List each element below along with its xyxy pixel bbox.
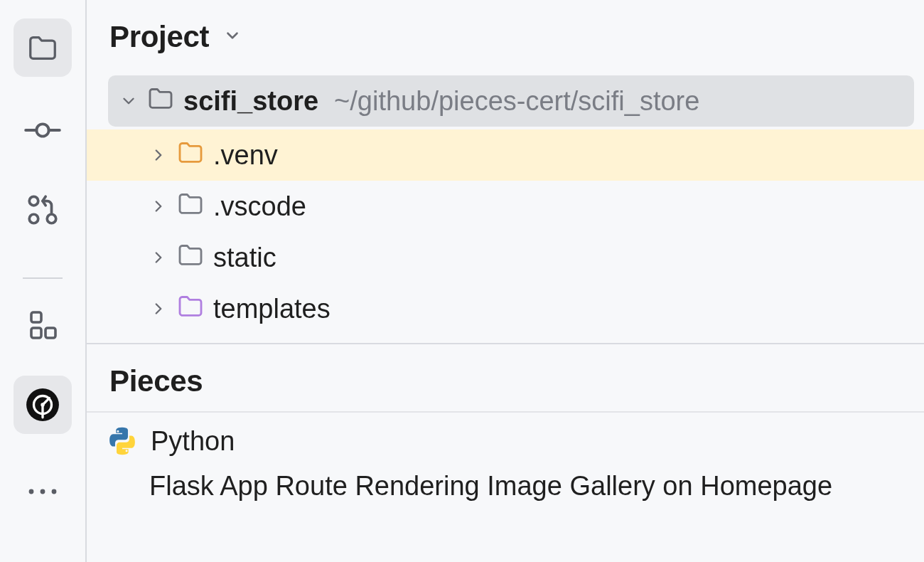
pieces-header[interactable]: Pieces	[87, 344, 924, 411]
folder-icon	[26, 31, 59, 64]
tree-item-label: static	[213, 243, 276, 273]
iconbar-divider	[23, 277, 63, 279]
chevron-down-icon	[119, 86, 138, 117]
svg-point-0	[36, 124, 48, 136]
tree-row-vscode[interactable]: .vscode	[87, 181, 924, 232]
svg-point-11	[41, 403, 44, 406]
pull-request-icon	[25, 192, 60, 228]
folder-icon	[146, 84, 175, 119]
pieces-tool-button[interactable]	[14, 376, 72, 434]
tree-item-label: .vscode	[213, 191, 306, 222]
more-tools-button[interactable]	[14, 462, 72, 521]
commits-tool-button[interactable]	[14, 101, 72, 159]
folder-icon	[176, 138, 205, 173]
commit-icon	[24, 112, 61, 149]
pieces-section: Pieces Python Flask App Route Rendering …	[87, 343, 924, 506]
tree-row-venv[interactable]: .venv	[87, 129, 924, 181]
pieces-item[interactable]: Python	[87, 418, 924, 458]
more-icon	[26, 487, 59, 497]
pieces-icon	[25, 387, 60, 423]
svg-point-13	[41, 489, 45, 494]
chevron-right-icon	[149, 191, 168, 222]
folder-icon	[176, 292, 205, 327]
svg-rect-6	[31, 312, 41, 322]
folder-icon	[176, 240, 205, 275]
folder-icon	[176, 189, 205, 224]
tree-item-label: templates	[213, 294, 331, 324]
svg-point-14	[52, 489, 57, 494]
tree-row-static[interactable]: static	[87, 232, 924, 283]
project-title: Project	[109, 20, 209, 54]
chevron-down-icon	[223, 26, 242, 48]
pull-requests-tool-button[interactable]	[14, 181, 72, 239]
main-panel: Project scifi_store ~/github/pieces-cert…	[87, 0, 924, 562]
python-icon	[107, 425, 138, 457]
pieces-item-description: Flask App Route Rendering Image Gallery …	[87, 458, 924, 506]
tree-row-templates[interactable]: templates	[87, 283, 924, 334]
project-header[interactable]: Project	[87, 0, 924, 75]
tree-item-label: .venv	[213, 140, 278, 171]
svg-point-12	[29, 489, 34, 494]
activity-iconbar	[0, 0, 87, 562]
pieces-title: Pieces	[109, 364, 203, 398]
pieces-item-lang: Python	[151, 426, 235, 457]
svg-point-4	[29, 214, 38, 223]
tree-root-row[interactable]: scifi_store ~/github/pieces-cert/scifi_s…	[108, 75, 914, 127]
structure-tool-button[interactable]	[14, 296, 72, 354]
project-tree: scifi_store ~/github/pieces-cert/scifi_s…	[87, 75, 924, 334]
chevron-right-icon	[149, 140, 168, 171]
chevron-right-icon	[149, 243, 168, 273]
svg-point-3	[29, 196, 38, 206]
chevron-right-icon	[149, 294, 168, 324]
pieces-body: Python Flask App Route Rendering Image G…	[87, 411, 924, 506]
svg-rect-8	[45, 328, 55, 338]
project-tool-button[interactable]	[14, 18, 72, 77]
tree-root-path: ~/github/pieces-cert/scifi_store	[334, 86, 699, 117]
tree-root-name: scifi_store	[183, 86, 318, 117]
svg-rect-7	[31, 328, 41, 338]
structure-icon	[26, 308, 60, 342]
